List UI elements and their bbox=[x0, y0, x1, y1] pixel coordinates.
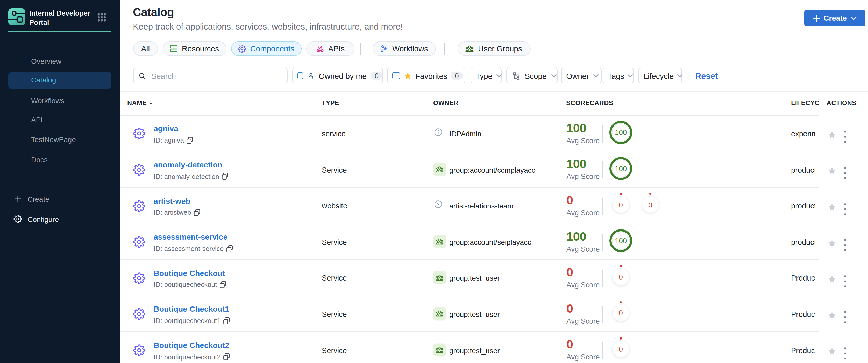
svg-text:?: ? bbox=[437, 202, 439, 207]
svg-text:?: ? bbox=[437, 130, 439, 135]
